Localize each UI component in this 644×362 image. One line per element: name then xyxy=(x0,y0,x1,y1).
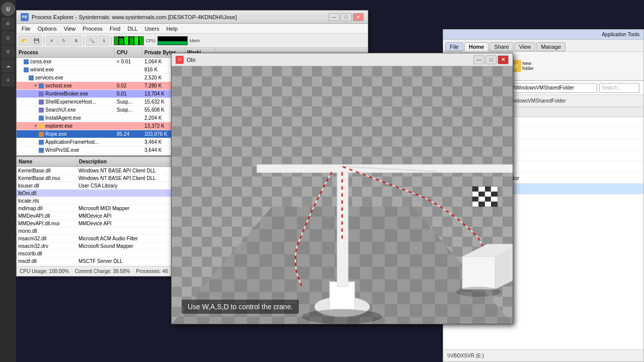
cpu-label: CPU xyxy=(145,38,156,43)
ribbon-tab-manage[interactable]: Manage xyxy=(536,42,566,51)
app-tools-ribbon: Application Tools xyxy=(443,30,643,40)
svg-rect-26 xyxy=(491,187,498,192)
svg-rect-25 xyxy=(485,187,491,192)
toolbar-sep-3 xyxy=(111,37,112,45)
cpu-graph xyxy=(114,36,144,45)
minimize-button[interactable]: — xyxy=(329,13,340,21)
ribbon-tab-view[interactable]: View xyxy=(515,42,536,51)
ribbon-tabs: File Home Share View Manage xyxy=(443,40,643,52)
status-processes: Processes: 46 xyxy=(136,268,168,274)
unity-icon-5[interactable]: ♦ xyxy=(2,73,15,86)
menu-options[interactable]: Options xyxy=(35,25,60,32)
svg-rect-35 xyxy=(472,202,478,207)
unity-icon-2[interactable]: ◎ xyxy=(2,31,15,44)
obi-app-icon: O xyxy=(176,56,184,64)
obi-game-window: O Obi — □ ✕ xyxy=(171,53,513,324)
game-instruction: Use W,A,S,D to control the crane. xyxy=(182,300,299,314)
obi-minimize-btn[interactable]: — xyxy=(473,55,485,64)
proc-name-csrss: csrss.exe xyxy=(17,58,115,65)
col-header-cpu[interactable]: CPU xyxy=(115,48,142,57)
menu-help[interactable]: Help xyxy=(163,25,181,32)
status-cpu: CPU Usage: 100.00% xyxy=(20,268,69,274)
tb-open[interactable]: 📂 xyxy=(19,36,30,46)
svg-rect-30 xyxy=(491,192,498,197)
tb-save[interactable]: 💾 xyxy=(31,36,42,46)
menu-view[interactable]: View xyxy=(61,25,79,32)
obi-close-btn[interactable]: ✕ xyxy=(498,55,509,64)
game-scene-svg xyxy=(172,66,513,324)
dll-col-desc[interactable]: Description xyxy=(77,157,170,166)
svg-rect-33 xyxy=(485,197,491,202)
dll-col-name[interactable]: Name xyxy=(17,157,77,166)
svg-rect-29 xyxy=(485,192,491,197)
process-explorer-titlebar: PE Process Explorer - Sysinternals: www.… xyxy=(17,11,368,24)
status-commit: Commit Charge: 39.58% xyxy=(75,268,130,274)
unity-icon-4[interactable]: ☁ xyxy=(2,59,15,72)
col-header-process[interactable]: Process xyxy=(17,48,115,57)
svg-rect-19 xyxy=(462,257,495,290)
svg-rect-27 xyxy=(472,192,478,197)
ribbon-tab-share[interactable]: Share xyxy=(490,42,513,51)
search-input[interactable]: Search... xyxy=(599,83,639,93)
svg-point-39 xyxy=(302,309,382,324)
process-explorer-title: Process Explorer - Sysinternals: www.sys… xyxy=(32,14,237,20)
svg-rect-32 xyxy=(478,197,485,202)
tb-info[interactable]: ℹ xyxy=(98,36,109,46)
menu-process[interactable]: Process xyxy=(79,25,106,32)
mem-label: Mem xyxy=(189,38,201,43)
unity-logo: U xyxy=(1,2,15,16)
svg-rect-36 xyxy=(478,202,485,207)
obi-title-left: O Obi xyxy=(176,56,195,64)
obi-maximize-btn[interactable]: □ xyxy=(486,55,497,64)
titlebar-left: PE Process Explorer - Sysinternals: www.… xyxy=(21,13,237,21)
unity-icon-3[interactable]: ⚙ xyxy=(2,45,15,58)
menu-bar: File Options View Process Find DLL Users… xyxy=(17,24,368,34)
menu-users[interactable]: Users xyxy=(142,25,163,32)
toolbar: 📂 💾 ✕ ↻ ⏸ 🔍 ℹ CPU Mem xyxy=(17,34,368,48)
toolbar-sep-2 xyxy=(84,37,84,45)
unity-icon-1[interactable]: ⊞ xyxy=(2,17,15,30)
window-controls: — □ ✕ xyxy=(329,13,364,21)
menu-dll[interactable]: DLL xyxy=(124,25,140,32)
vbox-drive-label: \\VBOXSVR (E:) xyxy=(443,349,643,361)
tb-find[interactable]: 🔍 xyxy=(86,36,97,46)
svg-point-40 xyxy=(456,287,501,297)
ribbon-tab-file[interactable]: File xyxy=(445,42,463,51)
svg-rect-37 xyxy=(485,202,491,207)
tb-kill[interactable]: ✕ xyxy=(46,36,57,46)
tb-suspend[interactable]: ⏸ xyxy=(70,36,82,46)
process-explorer-icon: PE xyxy=(21,13,29,21)
svg-rect-28 xyxy=(478,192,485,197)
ribbon-tab-home[interactable]: Home xyxy=(464,42,489,51)
toolbar-sep-1 xyxy=(44,37,44,45)
obi-window-controls: — □ ✕ xyxy=(473,55,509,64)
svg-rect-31 xyxy=(472,197,478,202)
obi-titlebar: O Obi — □ ✕ xyxy=(172,53,513,66)
close-button[interactable]: ✕ xyxy=(353,13,364,21)
menu-find[interactable]: Find xyxy=(107,25,123,32)
unity-sidebar: U ⊞ ◎ ⚙ ☁ ♦ xyxy=(0,0,16,362)
svg-rect-24 xyxy=(478,187,485,192)
maximize-button[interactable]: □ xyxy=(341,13,352,21)
mem-graph xyxy=(157,36,188,45)
obi-title-text: Obi xyxy=(187,57,195,63)
tb-restart[interactable]: ↻ xyxy=(58,36,69,46)
menu-file[interactable]: File xyxy=(19,25,34,32)
svg-rect-38 xyxy=(491,202,498,207)
svg-rect-23 xyxy=(472,187,478,192)
game-viewport[interactable]: Use W,A,S,D to control the crane. xyxy=(172,66,513,324)
svg-rect-34 xyxy=(491,197,498,202)
